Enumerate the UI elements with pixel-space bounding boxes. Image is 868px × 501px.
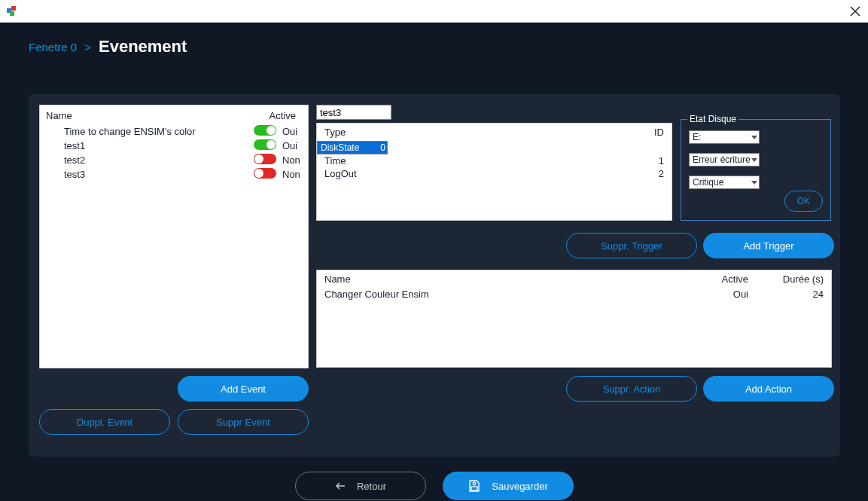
event-row-active-value: Non (279, 154, 302, 166)
svg-rect-1 (11, 6, 16, 11)
duppl-event-button[interactable]: Duppl. Event (39, 409, 170, 435)
trigger-list-header-id: ID (385, 127, 664, 138)
retour-button[interactable]: Retour (295, 472, 426, 500)
retour-label: Retour (357, 481, 386, 492)
event-row[interactable]: test1Oui (40, 139, 308, 153)
trigger-row[interactable]: DiskState0 (317, 141, 388, 154)
title-bar (0, 0, 868, 23)
error-type-select[interactable]: Erreur écriture (689, 153, 760, 166)
event-row-name: test1 (64, 140, 254, 151)
severity-select-value: Critique (693, 177, 723, 188)
error-type-select-value: Erreur écriture (693, 154, 751, 165)
suppr-action-button[interactable]: Suppr. Action (566, 376, 697, 402)
chevron-down-icon (751, 158, 757, 162)
event-row-active-value: Oui (279, 126, 302, 137)
suppr-event-button[interactable]: Suppr Event (178, 409, 309, 435)
page-title: Evenement (99, 37, 187, 57)
action-row-name: Changer Couleur Ensim (324, 289, 681, 300)
event-row-name: test3 (64, 169, 254, 180)
etat-disque-fieldset: Etat Disque E: Erreur écriture Critique … (681, 119, 831, 221)
chevron-down-icon (751, 181, 757, 185)
trigger-row-id: 1 (385, 155, 664, 166)
trigger-row-type: LogOut (324, 168, 385, 179)
add-action-button[interactable]: Add Action (703, 376, 834, 402)
trigger-row-type: DiskState (321, 142, 380, 153)
action-row[interactable]: Changer Couleur EnsimOui24 (317, 288, 831, 301)
app-body: Fenetre 0 > Evenement Name Active Time t… (0, 23, 868, 501)
severity-select[interactable]: Critique (689, 176, 760, 189)
action-row-active: Oui (681, 289, 748, 300)
event-row-active-value: Oui (279, 140, 302, 151)
suppr-trigger-button[interactable]: Suppr. Trigger (566, 233, 697, 258)
add-trigger-button[interactable]: Add Trigger (703, 233, 834, 258)
close-icon[interactable] (848, 5, 862, 18)
event-row-name: Time to change ENSIM's color (64, 126, 254, 137)
event-list: Name Active Time to change ENSIM's color… (39, 105, 309, 368)
sauvegarder-label: Sauvegarder (492, 481, 547, 492)
svg-rect-6 (471, 487, 477, 490)
breadcrumb-sep: > (84, 41, 91, 53)
drive-select[interactable]: E: (689, 130, 760, 144)
event-list-header: Name Active (40, 105, 308, 124)
event-row[interactable]: test3Non (40, 167, 308, 182)
trigger-list: Type ID DiskState0Time1LogOut2 (316, 123, 672, 221)
breadcrumb-parent[interactable]: Fenetre 0 (29, 41, 77, 53)
arrow-left-icon (334, 480, 346, 492)
action-list-header-duree: Durée (s) (748, 273, 824, 285)
action-list-header-name: Name (324, 273, 681, 285)
event-row[interactable]: test2Non (40, 153, 308, 167)
add-event-button[interactable]: Add Event (178, 376, 309, 402)
active-toggle[interactable] (254, 139, 276, 150)
footer: Retour Sauvegarder (0, 472, 868, 500)
trigger-row-type: Time (324, 155, 385, 166)
active-toggle[interactable] (254, 154, 276, 164)
floppy-disk-icon (468, 479, 481, 493)
breadcrumb: Fenetre 0 > Evenement (0, 23, 868, 71)
event-row-active-value: Non (279, 169, 302, 180)
trigger-list-header: Type ID (317, 124, 672, 141)
trigger-list-header-type: Type (324, 127, 385, 138)
trigger-row[interactable]: Time1 (317, 154, 672, 167)
trigger-row-id: 2 (385, 168, 664, 179)
event-row[interactable]: Time to change ENSIM's colorOui (40, 124, 308, 139)
event-list-header-active: Active (267, 110, 302, 121)
active-toggle[interactable] (254, 168, 276, 179)
action-list-header: Name Active Durée (s) (317, 270, 831, 288)
action-list: Name Active Durée (s) Changer Couleur En… (316, 270, 832, 368)
event-name-input[interactable] (316, 105, 391, 120)
drive-select-value: E: (693, 132, 701, 142)
action-list-header-active: Active (681, 273, 748, 285)
active-toggle[interactable] (254, 125, 276, 136)
svg-point-7 (473, 482, 476, 485)
ok-button[interactable]: OK (784, 191, 823, 212)
action-row-duree: 24 (748, 289, 824, 300)
event-list-header-name: Name (46, 110, 267, 121)
chevron-down-icon (751, 136, 757, 139)
app-icon (6, 5, 18, 17)
etat-disque-legend: Etat Disque (687, 114, 739, 124)
trigger-row-id: 0 (380, 142, 385, 153)
event-row-name: test2 (64, 154, 254, 166)
trigger-row[interactable]: LogOut2 (317, 167, 672, 180)
svg-rect-2 (10, 11, 14, 16)
sauvegarder-button[interactable]: Sauvegarder (443, 472, 574, 500)
main-panel: Name Active Time to change ENSIM's color… (29, 94, 840, 457)
